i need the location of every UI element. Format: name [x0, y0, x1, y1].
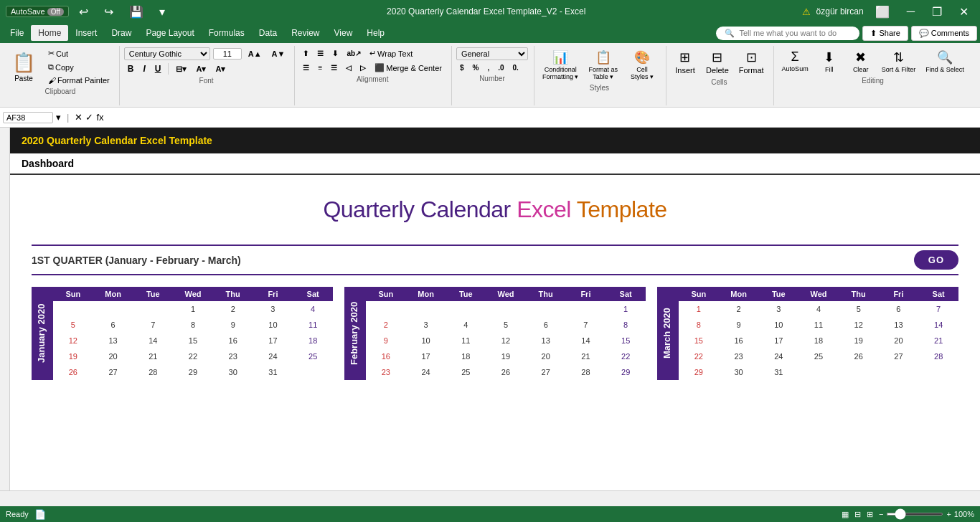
currency-button[interactable]: $ — [456, 62, 468, 73]
day-cell[interactable]: 13 — [879, 317, 919, 333]
day-cell[interactable]: 17 — [758, 333, 798, 348]
day-cell[interactable]: 14 — [133, 333, 173, 348]
day-cell[interactable]: 10 — [406, 333, 446, 348]
percent-button[interactable]: % — [469, 62, 483, 73]
underline-button[interactable]: U — [151, 62, 165, 75]
font-size-input[interactable] — [213, 48, 242, 60]
day-cell[interactable]: 21 — [566, 348, 606, 364]
day-cell[interactable] — [93, 301, 133, 317]
day-cell[interactable]: 11 — [446, 333, 486, 348]
day-cell[interactable]: 31 — [253, 364, 293, 380]
autosave-toggle-button[interactable]: 💾 — [123, 4, 149, 20]
day-cell[interactable]: 2 — [366, 317, 406, 333]
ribbon-display-button[interactable]: ⬜ — [870, 4, 895, 20]
day-cell[interactable]: 31 — [758, 364, 798, 380]
copy-button[interactable]: ⧉ Copy — [44, 61, 113, 73]
delete-button[interactable]: ⊟ Delete — [702, 47, 732, 77]
formula-input[interactable] — [107, 112, 977, 123]
day-cell[interactable]: 7 — [566, 317, 606, 333]
day-cell[interactable]: 10 — [758, 317, 798, 333]
number-format-select[interactable]: General — [456, 47, 528, 60]
day-cell[interactable]: 8 — [173, 317, 213, 333]
day-cell[interactable]: 18 — [446, 348, 486, 364]
day-cell[interactable]: 24 — [406, 364, 446, 380]
day-cell[interactable]: 12 — [53, 333, 93, 348]
day-cell[interactable]: 2 — [213, 301, 253, 317]
redo-button[interactable]: ↪ — [98, 4, 119, 20]
day-cell[interactable]: 21 — [918, 333, 958, 348]
day-cell[interactable]: 7 — [918, 301, 958, 317]
day-cell[interactable]: 25 — [446, 364, 486, 380]
merge-center-button[interactable]: ⬛ Merge & Center — [371, 62, 446, 74]
day-cell[interactable]: 24 — [253, 348, 293, 364]
day-cell[interactable]: 28 — [918, 348, 958, 364]
day-cell[interactable]: 20 — [93, 348, 133, 364]
conditional-formatting-button[interactable]: 📊 ConditionalFormatting ▾ — [539, 47, 583, 82]
clear-button[interactable]: ✖ Clear — [847, 47, 875, 75]
day-cell[interactable]: 13 — [93, 333, 133, 348]
day-cell[interactable]: 25 — [798, 348, 839, 364]
day-cell[interactable]: 16 — [366, 348, 406, 364]
menu-review[interactable]: Review — [284, 25, 326, 41]
cut-button[interactable]: ✂ Cut — [44, 47, 113, 60]
border-button[interactable]: ⊟▾ — [172, 63, 190, 75]
name-box-dropdown[interactable]: ▾ — [56, 112, 61, 123]
day-cell[interactable]: 6 — [879, 301, 919, 317]
autosave-badge[interactable]: AutoSave Off — [6, 6, 69, 17]
align-right-button[interactable]: ☰ — [327, 62, 341, 73]
orientation-button[interactable]: ab↗ — [343, 48, 364, 59]
day-cell[interactable]: 1 — [606, 301, 646, 317]
day-cell[interactable]: 6 — [93, 317, 133, 333]
fill-button[interactable]: ⬇ Fill — [815, 47, 844, 75]
day-cell[interactable]: 4 — [293, 301, 333, 317]
day-cell[interactable]: 25 — [293, 348, 333, 364]
increase-font-button[interactable]: A▲ — [245, 48, 265, 60]
day-cell[interactable] — [918, 364, 958, 380]
share-button[interactable]: ⬆ Share — [862, 26, 908, 41]
insert-button[interactable]: ⊞ Insert — [671, 47, 699, 77]
comma-button[interactable]: , — [484, 62, 493, 73]
find-select-button[interactable]: 🔍 Find & Select — [922, 47, 968, 75]
fill-color-button[interactable]: A▾ — [192, 63, 209, 75]
day-cell[interactable]: 9 — [213, 317, 253, 333]
insert-function-button[interactable]: fx — [96, 112, 103, 123]
cell-styles-button[interactable]: 🎨 CellStyles ▾ — [624, 47, 660, 82]
menu-home[interactable]: Home — [31, 25, 68, 41]
day-cell[interactable]: 27 — [526, 364, 566, 380]
day-cell[interactable]: 3 — [758, 301, 798, 317]
day-cell[interactable]: 17 — [406, 348, 446, 364]
minimize-button[interactable]: ─ — [901, 4, 920, 19]
align-middle-button[interactable]: ☰ — [314, 48, 327, 59]
menu-help[interactable]: Help — [359, 25, 392, 41]
day-cell[interactable] — [293, 364, 333, 380]
day-cell[interactable] — [798, 364, 839, 380]
font-color-button[interactable]: A▾ — [212, 63, 229, 75]
day-cell[interactable]: 26 — [53, 364, 93, 380]
day-cell[interactable]: 24 — [758, 348, 798, 364]
go-button[interactable]: GO — [914, 250, 958, 270]
day-cell[interactable] — [366, 301, 406, 317]
day-cell[interactable]: 8 — [679, 317, 719, 333]
autosum-button[interactable]: Σ AutoSum — [778, 47, 812, 75]
day-cell[interactable]: 30 — [213, 364, 253, 380]
day-cell[interactable] — [446, 301, 486, 317]
day-cell[interactable]: 2 — [719, 301, 759, 317]
day-cell[interactable]: 18 — [293, 333, 333, 348]
increase-indent-button[interactable]: ▷ — [357, 62, 369, 73]
day-cell[interactable]: 1 — [173, 301, 213, 317]
day-cell[interactable]: 23 — [213, 348, 253, 364]
day-cell[interactable]: 22 — [173, 348, 213, 364]
day-cell[interactable]: 27 — [879, 348, 919, 364]
decrease-decimal-button[interactable]: 0. — [509, 62, 522, 73]
increase-decimal-button[interactable]: .0 — [494, 62, 507, 73]
day-cell[interactable]: 17 — [253, 333, 293, 348]
day-cell[interactable]: 20 — [879, 333, 919, 348]
paste-button[interactable]: 📋 Paste — [7, 48, 40, 86]
restore-button[interactable]: ❐ — [926, 4, 948, 20]
day-cell[interactable]: 4 — [798, 301, 839, 317]
day-cell[interactable]: 11 — [798, 317, 839, 333]
day-cell[interactable]: 28 — [133, 364, 173, 380]
day-cell[interactable]: 9 — [366, 333, 406, 348]
day-cell[interactable]: 19 — [53, 348, 93, 364]
decrease-font-button[interactable]: A▼ — [268, 48, 289, 60]
